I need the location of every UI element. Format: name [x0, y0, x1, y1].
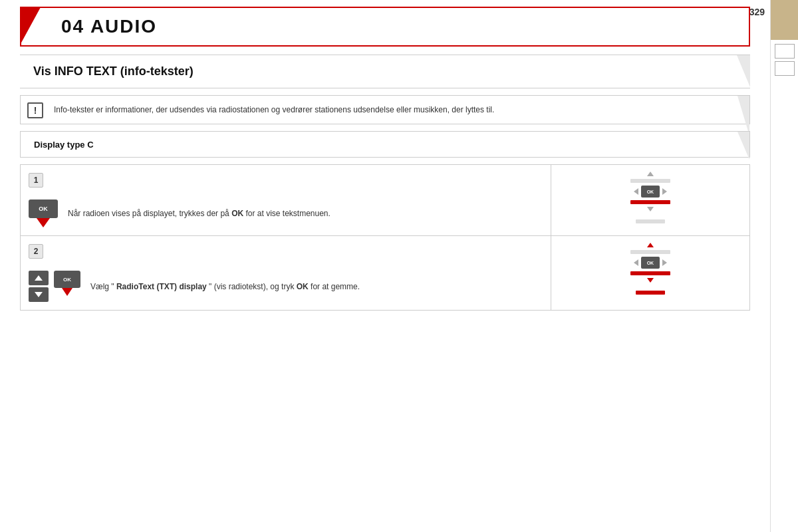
chapter-header: 04 AUDIO: [20, 7, 750, 47]
disp-btn-row-1: OK: [634, 186, 667, 198]
step-2-left: 2 OK: [21, 236, 551, 311]
info-icon: !: [27, 102, 43, 118]
step-2-content: OK Vælg " RadioText (TXT) display " (vis…: [29, 271, 541, 302]
disp-up-arrow-2: [647, 243, 654, 247]
bookmark-square-1: [775, 44, 795, 59]
disp-right-arrow: [662, 188, 667, 195]
step-2-icons: OK: [29, 271, 80, 302]
right-sidebar: [770, 0, 798, 532]
btn-down: [29, 287, 49, 302]
ok-button-small: OK: [54, 271, 80, 288]
disp-left-arrow-2: [634, 259, 638, 266]
disp-down-arrow-1: [647, 207, 654, 211]
ok-button-large: OK: [29, 200, 58, 218]
disp-btn-row-2: OK: [634, 257, 667, 269]
chapter-title: 04 AUDIO: [61, 16, 157, 37]
disp-bar-sm-1: [636, 219, 665, 223]
disp-right-arrow-2: [662, 259, 667, 266]
bookmark-tab: [771, 0, 798, 40]
btn-up: [29, 271, 49, 285]
main-content: 04 AUDIO Vis INFO TEXT (info-tekster) ! …: [0, 7, 770, 328]
step-1-content: OK Når radioen vises på displayet, trykk…: [29, 200, 541, 227]
step-2-right: OK: [551, 236, 749, 311]
step-2-text: Vælg " RadioText (TXT) display " (vis ra…: [90, 281, 360, 293]
steps-table: 1 OK Når radioen vises på displayet, try…: [20, 164, 750, 311]
disp-bar-2: [630, 250, 670, 254]
step-1-text: Når radioen vises på displayet, trykkes …: [68, 207, 331, 219]
info-text: Info-tekster er informationer, der udsen…: [54, 104, 739, 116]
btn-up-arrow: [35, 275, 43, 281]
display-illus-1: OK: [558, 172, 743, 223]
step-1-icons: OK: [29, 200, 58, 227]
display-type-text: Display type C: [34, 140, 94, 150]
disp-left-arrow: [634, 188, 638, 195]
btn-group-2: [29, 271, 49, 302]
step-2-number: 2: [29, 244, 43, 259]
step-1-number: 1: [29, 173, 43, 188]
disp-ok-2: OK: [641, 257, 660, 269]
step-2-row: 2 OK: [21, 236, 750, 311]
display-illus-2: OK: [558, 243, 743, 295]
disp-bar-1: [630, 179, 670, 183]
disp-bar-red-sm-2: [636, 291, 665, 295]
disp-bar-red-2: [630, 271, 670, 275]
step-1-right: OK: [551, 165, 749, 236]
display-type-label: Display type C: [20, 131, 750, 158]
disp-up-arrow-1: [647, 172, 654, 176]
disp-down-arrow-2: [647, 278, 654, 283]
step-1-left: 1 OK Når radioen vises på displayet, try…: [21, 165, 551, 236]
step-1-row: 1 OK Når radioen vises på displayet, try…: [21, 165, 750, 236]
bookmark-square-2: [775, 61, 795, 76]
info-box: ! Info-tekster er informationer, der uds…: [20, 95, 750, 124]
btn-down-arrow: [35, 292, 43, 297]
disp-ok-1: OK: [641, 186, 660, 198]
page-number: 329: [749, 7, 765, 17]
disp-bar-red-1: [630, 200, 670, 204]
section-title: Vis INFO TEXT (info-tekster): [20, 55, 750, 88]
